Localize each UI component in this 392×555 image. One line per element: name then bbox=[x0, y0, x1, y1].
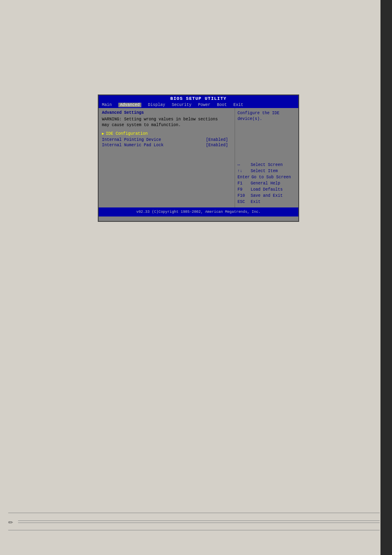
key-row-select-screen: ↔ Select Screen bbox=[238, 162, 296, 168]
key-arrows: ↔ bbox=[238, 162, 249, 168]
warning-line1: WARNING: Setting wrong values in below s… bbox=[102, 117, 231, 122]
menu-boot[interactable]: Boot bbox=[217, 103, 227, 107]
bios-main-area: Advanced Settings WARNING: Setting wrong… bbox=[99, 108, 298, 207]
page-background: BIOS SETUP UTILITY Main Advanced Display… bbox=[0, 0, 392, 555]
bios-title-text: BIOS SETUP UTILITY bbox=[171, 96, 227, 101]
menu-advanced[interactable]: Advanced bbox=[118, 103, 141, 107]
num-pad-lock-value: [Enabled] bbox=[206, 143, 228, 147]
pointing-device-value: [Enabled] bbox=[206, 138, 228, 142]
bottom-note: ✏ bbox=[8, 513, 380, 530]
ide-config-label: IDE Configuration bbox=[106, 131, 148, 136]
menu-power[interactable]: Power bbox=[198, 103, 210, 107]
key-enter: Enter bbox=[238, 174, 250, 180]
key-select-screen: Select Screen bbox=[251, 162, 283, 168]
menu-main[interactable]: Main bbox=[102, 103, 112, 107]
bios-title: BIOS SETUP UTILITY bbox=[99, 95, 298, 102]
bios-left-panel: Advanced Settings WARNING: Setting wrong… bbox=[99, 108, 235, 207]
note-line-1 bbox=[18, 520, 380, 521]
bios-right-panel: Configure the IDE device(s). ↔ Select Sc… bbox=[235, 108, 298, 207]
key-f1: F1 bbox=[238, 180, 249, 187]
note-lines bbox=[18, 520, 380, 523]
key-row-f1: F1 General Help bbox=[238, 180, 296, 187]
warning-line2: may cause system to malfunction. bbox=[102, 122, 231, 128]
key-row-f10: F10 Save and Exit bbox=[238, 193, 296, 199]
right-sidebar bbox=[380, 0, 392, 555]
num-pad-lock-row[interactable]: Internal Numeric Pad Lock [Enabled] bbox=[102, 143, 231, 147]
pencil-icon: ✏ bbox=[8, 516, 13, 527]
ide-config-item[interactable]: IDE Configuration bbox=[102, 131, 231, 136]
menu-display[interactable]: Display bbox=[148, 103, 165, 107]
bios-footer-text: v02.33 (C)Copyright 1985-2002, American … bbox=[136, 210, 261, 214]
key-row-enter: Enter Go to Sub Screen bbox=[238, 174, 296, 180]
pointing-device-label: Internal Pointing Device bbox=[102, 138, 161, 142]
help-text: Configure the IDE device(s). bbox=[238, 111, 296, 122]
warning-text: WARNING: Setting wrong values in below s… bbox=[102, 117, 231, 128]
key-select-item: Select Item bbox=[251, 168, 278, 174]
key-subscreen: Go to Sub Screen bbox=[251, 174, 291, 180]
section-title: Advanced Settings bbox=[102, 111, 231, 115]
key-f9: F9 bbox=[238, 187, 249, 193]
key-exit: Exit bbox=[251, 199, 261, 205]
menu-exit[interactable]: Exit bbox=[233, 103, 243, 107]
key-row-f9: F9 Load Defaults bbox=[238, 187, 296, 193]
note-line-2 bbox=[18, 523, 380, 523]
bios-footer: v02.33 (C)Copyright 1985-2002, American … bbox=[99, 207, 298, 216]
key-general-help: General Help bbox=[251, 180, 280, 187]
key-updown: ↑↓ bbox=[238, 168, 249, 174]
key-load-defaults: Load Defaults bbox=[251, 187, 283, 193]
key-help: ↔ Select Screen ↑↓ Select Item Enter Go … bbox=[238, 162, 296, 205]
bios-menubar: Main Advanced Display Security Power Boo… bbox=[99, 102, 298, 108]
key-row-esc: ESC Exit bbox=[238, 199, 296, 205]
key-row-select-item: ↑↓ Select Item bbox=[238, 168, 296, 174]
bios-window: BIOS SETUP UTILITY Main Advanced Display… bbox=[98, 94, 299, 222]
num-pad-lock-label: Internal Numeric Pad Lock bbox=[102, 143, 164, 147]
pointing-device-row[interactable]: Internal Pointing Device [Enabled] bbox=[102, 138, 231, 142]
key-esc: ESC bbox=[238, 199, 249, 205]
key-save-exit: Save and Exit bbox=[251, 193, 283, 199]
key-f10: F10 bbox=[238, 193, 249, 199]
menu-security[interactable]: Security bbox=[172, 103, 191, 107]
